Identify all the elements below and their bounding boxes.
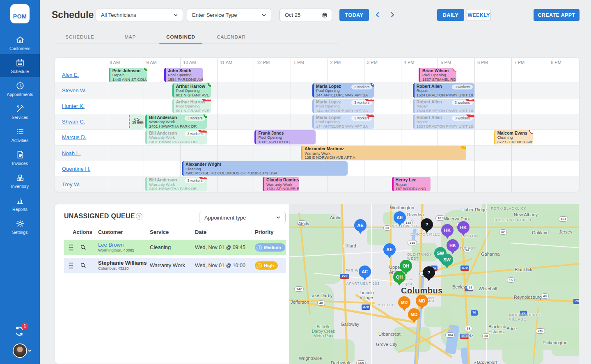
appointment-block[interactable]: Frank JonesPool Opening1001 TAYLOR RD [254, 130, 315, 144]
appointment-block[interactable]: Robert AllenRepair1524 BRAETON PKWY UNIT… [413, 83, 474, 98]
appointment-block[interactable]: Malcom EvansCleaning372 S GRENER AVE [494, 130, 533, 144]
map-pin-ae[interactable]: AE [383, 243, 396, 256]
map-pin-ae[interactable]: AE [394, 211, 406, 224]
create-appt-button[interactable]: CREATE APPT [534, 9, 580, 21]
technician-link[interactable]: Alex E. [62, 67, 79, 83]
map-label: Hilliard [342, 243, 356, 248]
map-pin-unassigned[interactable]: ? [423, 266, 435, 279]
appointment-block[interactable]: Robert AllenRepair1524 BRAETON PKWY UNIT… [413, 99, 474, 113]
time-label: 5 PM [440, 60, 451, 65]
appointment-type-select[interactable]: Appointment type [199, 212, 286, 223]
sidebar-item-customers[interactable]: Customers [0, 31, 40, 54]
today-button[interactable]: TODAY [339, 9, 369, 21]
technician-link[interactable]: Marcus D. [62, 130, 86, 145]
inventory-icon [16, 173, 25, 183]
exclamation-icon: ! [257, 245, 262, 250]
technician-link[interactable]: Shwan C. [62, 114, 85, 130]
customer-name: Stephanie Williams [98, 260, 147, 266]
help-icon[interactable]: ? [136, 213, 142, 220]
drag-handle-icon[interactable] [69, 244, 73, 252]
late-clock-icon [529, 130, 533, 134]
home-icon [16, 35, 25, 45]
tab-calendar[interactable]: CALENDAR [206, 34, 257, 43]
time-label: 8 PM [551, 60, 561, 65]
appointment-block[interactable]: Bill AndersonWarranty Work2401 HIAWATHA … [145, 114, 207, 129]
sidebar-item-label: Schedule [11, 69, 29, 74]
map-pin-hk[interactable]: HK [447, 239, 459, 252]
appointment-block[interactable]: Bill AndersonWarranty Work2401 HIAWATHA … [145, 130, 207, 144]
sidebar-item-activities[interactable]: Activities [0, 123, 40, 146]
map-pin-ae[interactable]: AE [359, 266, 371, 278]
appointment-type-value: Appointment type [204, 215, 246, 221]
sidebar-item-appointments[interactable]: Appointments [0, 77, 40, 100]
route-shield: 70 [573, 299, 579, 304]
appointment-block[interactable]: Robert AllenRepair1524 BRAETON PKWY UNIT… [413, 114, 474, 129]
sidebar-item-inventory[interactable]: Inventory [0, 169, 40, 192]
search-icon[interactable] [80, 262, 87, 270]
customer-name[interactable]: Lee Brown [98, 242, 134, 248]
search-icon[interactable] [80, 244, 87, 252]
order-badge: 2nd [365, 99, 374, 101]
appointment-block[interactable]: Claudia RamirezWarranty Work1301 SPINDLE… [263, 177, 299, 191]
check-icon [207, 83, 211, 87]
app-logo[interactable]: POM [10, 4, 30, 23]
chevron-right-icon[interactable] [387, 10, 397, 20]
map-pin-qh[interactable]: QH [400, 260, 412, 272]
map-label: Minerva Park [443, 216, 470, 221]
map-label: Huber Ridge [461, 207, 487, 212]
technician-link[interactable]: Noah L. [62, 146, 81, 161]
sidebar-item-invoices[interactable]: Invoices [0, 146, 40, 169]
technician-link[interactable]: Trey W. [62, 177, 80, 192]
schedule-grid: Alex E.Steven W.Hunter K.Shwan C.Marcus … [55, 57, 580, 192]
table-row[interactable]: Lee BrownWorthingthon, 43085CleaningWed,… [64, 240, 286, 255]
service-type-select[interactable]: Enter Service Type [187, 9, 271, 21]
weekly-toggle-button[interactable]: WEEKLY [467, 9, 491, 21]
appointment-address: 1584 PARSONS AVE [168, 78, 200, 82]
sidebar-item-reports[interactable]: Reports [0, 192, 40, 215]
technician-filter-select[interactable]: All Technicians [96, 9, 183, 21]
avatar[interactable] [14, 344, 26, 357]
sidebar-item-settings[interactable]: Settings [0, 215, 40, 238]
map-label: Gahanna [481, 252, 499, 256]
drag-handle-icon[interactable] [69, 262, 73, 270]
appointment-block[interactable]: Brian WilsonPool Opening1537 STIMMEL RD … [419, 68, 456, 82]
map-pin-hk[interactable]: HK [457, 221, 470, 234]
map[interactable]: 2702702702707167070707033333153151611611… [289, 204, 579, 364]
appointment-block[interactable]: Henry LeeRepair187 WOODLAND [392, 177, 431, 191]
appointment-block[interactable]: Maria LopezPool Opening144 ANTELOPE WAY … [312, 99, 374, 113]
technician-link[interactable]: Quentine H. [62, 161, 90, 177]
map-pin-md[interactable]: MD [416, 295, 428, 307]
appointment-block[interactable]: Arthur HarrowPool Opening901 N GRANT AVE… [172, 99, 211, 113]
appointment-block[interactable]: Maria LopezPool Opening144 ANTELOPE WAY … [312, 114, 374, 129]
appointment-block[interactable]: Bill AndersonWarranty Work2401 HIAWATHA … [145, 177, 207, 191]
service-cell: Cleaning [150, 244, 171, 250]
map-pin-ae[interactable]: AE [354, 219, 367, 231]
tab-map[interactable]: MAP [105, 34, 156, 43]
map-pin-qh[interactable]: QH [393, 271, 405, 283]
map-pin-sw[interactable]: SW [441, 254, 453, 266]
appointment-block[interactable]: John SmithPool Opening1584 PARSONS AVE [164, 68, 203, 82]
sidebar-item-services[interactable]: Services [0, 100, 40, 123]
map-pin-md[interactable]: MD [398, 296, 410, 309]
chevron-left-icon[interactable] [373, 10, 383, 20]
map-pin-md[interactable]: MD [408, 308, 420, 321]
map-pin-unassigned[interactable]: ? [421, 218, 433, 231]
table-row[interactable]: Stephanie WilliamsColumbus, 43220Warrant… [64, 258, 286, 273]
technician-link[interactable]: Hunter K. [62, 98, 85, 114]
date-picker[interactable]: Oct 25 [279, 9, 332, 21]
tab-combined[interactable]: COMBINED [156, 34, 206, 43]
order-badge: 2nd [465, 99, 474, 101]
technician-link[interactable]: Steven W. [62, 83, 86, 98]
tab-schedule[interactable]: SCHEDULE [55, 34, 105, 43]
daily-toggle-button[interactable]: DAILY [437, 9, 464, 21]
appointment-block[interactable]: Alexander WrightCleaning4901 MORSE RD CO… [182, 161, 348, 176]
sidebar-item-schedule[interactable]: Schedule [0, 54, 40, 77]
appointment-block[interactable]: Arthur HarrowPool Opening901 N GRANT AVE [172, 83, 211, 98]
travel-duration: 15 mins [132, 121, 141, 124]
appointment-block[interactable]: Pete JohnsonRepair1440 ANN ST COLU [109, 68, 148, 82]
travel-time-block[interactable]: 15 mins [129, 114, 144, 129]
appointment-block[interactable]: Alexander MartinezWarranty Work125 E NOR… [301, 146, 466, 160]
map-pin-hk[interactable]: HK [441, 224, 454, 236]
appointment-block[interactable]: Maria LopezPool Opening144 ANTELOPE WAY … [312, 83, 374, 98]
chevron-down-icon[interactable] [27, 348, 32, 355]
